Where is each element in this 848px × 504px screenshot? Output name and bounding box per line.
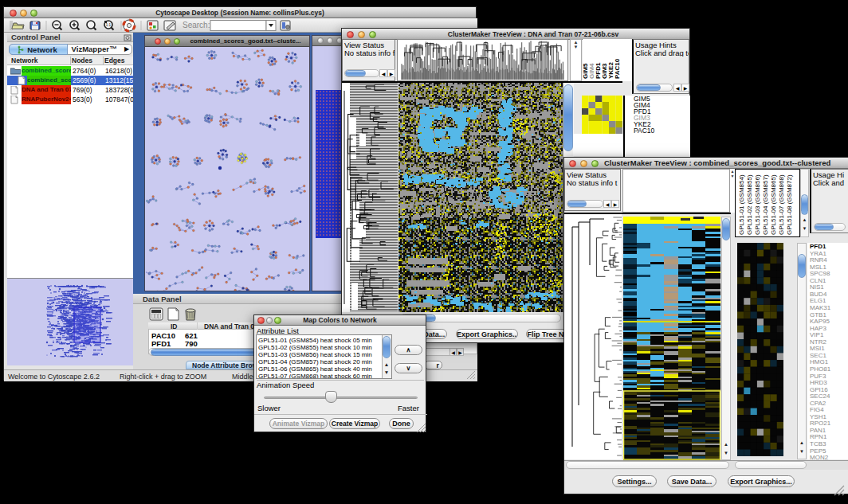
svg-text:GPL51-06 (GSM865): GPL51-06 (GSM865) (770, 174, 777, 235)
svg-text:Search:: Search: (183, 21, 210, 29)
svg-text:GPL51-03 (GSM856): GPL51-03 (GSM856) (754, 174, 761, 235)
svg-text:PAC10: PAC10 (614, 58, 621, 79)
svg-text:GPL51-04 (GSM857): GPL51-04 (GSM857) (762, 174, 769, 235)
svg-text:1:1: 1:1 (106, 23, 112, 27)
svg-text:GPL51-01 (GSM854): GPL51-01 (GSM854) (738, 174, 745, 235)
svg-text:GPL51-08 (GSM872): GPL51-08 (GSM872) (786, 174, 793, 235)
svg-text:GPL51-02 (GSM855): GPL51-02 (GSM855) (746, 174, 753, 235)
svg-text:GPL51-07 (GSM868): GPL51-07 (GSM868) (778, 174, 785, 235)
